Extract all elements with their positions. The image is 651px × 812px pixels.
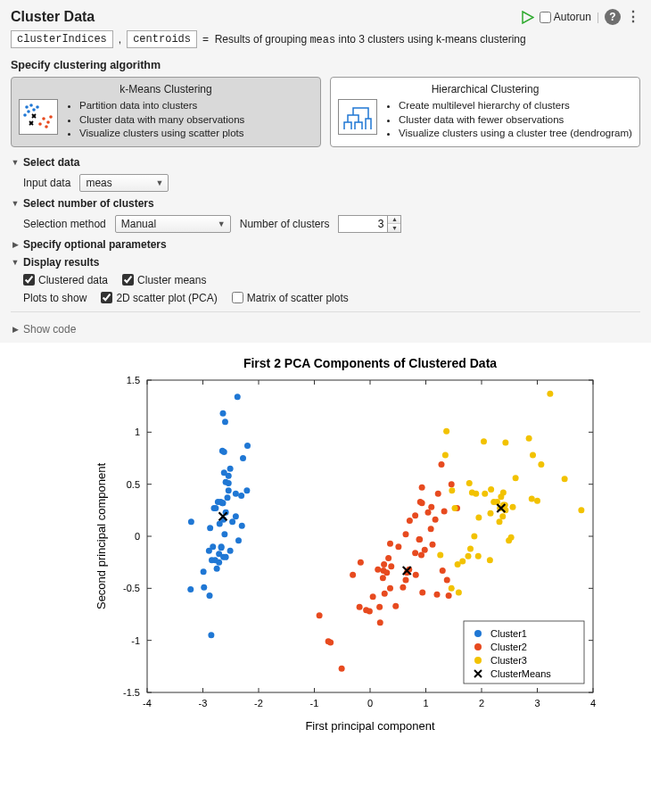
svg-point-85 [226,487,232,493]
svg-point-163 [383,569,390,576]
svg-point-105 [208,632,214,638]
svg-marker-0 [523,12,533,23]
svg-point-135 [387,540,393,546]
plot-matrix-checkbox[interactable]: Matrix of scatter plots [232,292,349,304]
svg-point-127 [422,546,428,552]
outputs-text: = Results of grouping meas into 3 cluste… [202,33,526,46]
svg-point-149 [412,512,418,518]
chevron-right-icon: ▶ [11,325,20,334]
svg-point-219 [474,657,482,664]
selection-method-label: Selection method [23,218,106,230]
show-code-toggle[interactable]: ▶ Show code [11,323,640,336]
svg-point-188 [437,551,443,558]
svg-point-133 [370,593,376,600]
svg-point-129 [419,484,425,490]
autorun-label: Autorun [554,11,591,23]
svg-point-95 [233,490,239,496]
svg-point-5 [36,105,39,109]
page-title: Cluster Data [11,9,95,25]
svg-point-111 [209,557,215,563]
clustered-data-checkbox[interactable]: Clustered data [23,274,108,286]
svg-point-182 [488,510,494,516]
num-clusters-input[interactable] [338,215,388,233]
run-icon[interactable] [521,11,534,24]
svg-point-109 [216,559,222,565]
more-options-icon[interactable]: ⋮ [626,10,640,24]
selection-method-select[interactable]: Manual▼ [115,215,231,233]
algo-heading: Specify clustering algorithm [11,59,640,71]
svg-point-120 [428,503,434,510]
svg-point-174 [562,476,568,482]
chevron-down-icon: ▼ [11,158,20,167]
cluster-means-checkbox[interactable]: Cluster means [122,274,206,286]
svg-point-78 [220,410,227,416]
svg-point-118 [428,526,434,532]
svg-point-192 [452,505,458,511]
svg-point-84 [238,493,244,499]
svg-point-170 [466,552,472,559]
output-var-2[interactable]: centroids [127,30,197,48]
svg-point-199 [490,499,497,505]
section-select-data[interactable]: ▼ Select data [11,156,640,169]
results-checks-row: Clustered data Cluster means [23,274,640,286]
output-var-1[interactable]: clusterIndices [11,30,113,48]
svg-point-207 [488,486,494,493]
section-select-clusters[interactable]: ▼ Select number of clusters [11,197,640,210]
svg-text:First principal component: First principal component [305,719,435,733]
svg-text:-1: -1 [131,634,140,645]
svg-point-196 [475,514,482,520]
svg-point-8 [46,120,50,124]
svg-point-132 [419,589,425,595]
algo-card-hierarchical[interactable]: Hierarchical Clustering Create multileve… [330,77,640,147]
svg-point-209 [526,435,532,441]
svg-point-94 [223,553,229,559]
svg-point-119 [403,576,409,583]
spinner-up-icon: ▲ [388,216,400,224]
plot-2d-checkbox[interactable]: 2D scatter plot (PCA) [101,292,217,304]
svg-point-6 [23,113,27,117]
svg-point-202 [500,489,507,495]
algo-card-kmeans[interactable]: k-Means Clustering Partition d [11,77,321,147]
svg-point-160 [388,563,394,569]
svg-point-205 [510,503,516,510]
section-optional-params[interactable]: ▶ Specify optional parameters [11,238,640,251]
svg-point-117 [377,619,383,626]
algo-title: k-Means Clustering [19,83,313,95]
svg-point-200 [482,490,488,496]
svg-point-104 [212,505,218,511]
help-icon[interactable]: ? [605,9,621,25]
svg-point-146 [375,566,381,572]
num-clusters-label: Number of clusters [240,218,330,230]
svg-point-150 [435,490,441,496]
svg-text:0: 0 [367,698,373,708]
num-clusters-spinner[interactable]: ▲▼ [388,215,401,233]
svg-text:-4: -4 [143,698,152,708]
svg-point-189 [481,438,487,444]
svg-point-157 [327,639,334,645]
svg-point-88 [235,537,242,543]
section-display-results[interactable]: ▼ Display results [11,256,640,269]
input-data-select[interactable]: meas▼ [79,174,169,192]
svg-point-184 [456,589,462,595]
svg-point-136 [440,568,446,574]
svg-text:0: 0 [135,531,140,542]
svg-text:Cluster3: Cluster3 [490,655,527,666]
svg-point-10 [49,115,53,119]
svg-point-126 [382,590,388,596]
kmeans-scatter-icon [19,99,58,135]
svg-point-156 [380,575,386,581]
svg-point-162 [317,612,323,618]
svg-point-148 [400,584,406,590]
svg-point-110 [226,480,232,486]
chevron-down-icon: ▼ [11,258,20,267]
svg-point-89 [227,547,234,553]
svg-point-124 [339,665,345,671]
svg-point-98 [218,543,225,550]
scatter-chart: -4-3-2-101234-1.5-1-0.500.511.5First 2 P… [89,353,606,737]
svg-point-2 [29,104,33,107]
svg-point-70 [210,543,216,550]
svg-text:2: 2 [479,698,484,708]
svg-point-144 [363,607,369,613]
plots-label: Plots to show [23,292,87,304]
autorun-checkbox[interactable]: Autorun [540,11,591,23]
